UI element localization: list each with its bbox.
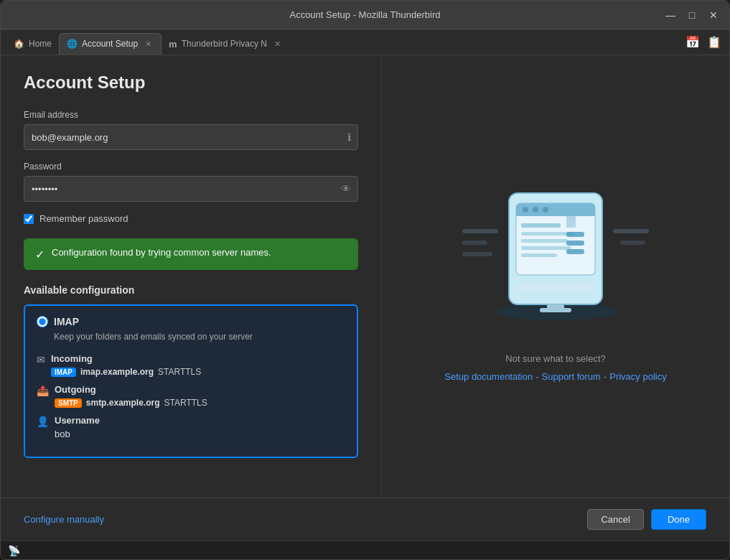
configure-manually-button[interactable]: Configure manually xyxy=(24,514,104,525)
window-controls: — □ ✕ xyxy=(660,1,724,29)
username-content: Username bob xyxy=(55,415,345,439)
left-panel: Account Setup Email address ℹ Password 👁 xyxy=(1,55,381,498)
svg-rect-1 xyxy=(462,229,498,233)
bottom-buttons: Cancel Done xyxy=(587,509,706,530)
calendar-icon-btn[interactable]: 📅 xyxy=(683,33,702,52)
svg-rect-2 xyxy=(462,241,487,245)
privacy-policy-link[interactable]: Privacy policy xyxy=(609,371,666,382)
email-group: Email address ℹ xyxy=(24,110,358,150)
close-button[interactable]: ✕ xyxy=(703,5,724,25)
incoming-server: imap.example.org xyxy=(80,367,154,377)
svg-rect-3 xyxy=(462,252,492,256)
email-input-wrapper: ℹ xyxy=(24,124,358,150)
titlebar: Account Setup - Mozilla Thunderbird — □ … xyxy=(1,1,729,29)
help-links: Setup documentation - Support forum - Pr… xyxy=(444,371,666,382)
tab-privacy[interactable]: m Thunderbird Privacy N ✕ xyxy=(162,33,290,55)
password-label: Password xyxy=(24,162,358,172)
tab-privacy-label: Thunderbird Privacy N xyxy=(182,39,267,49)
remember-password-label: Remember password xyxy=(39,213,128,224)
svg-point-11 xyxy=(533,207,538,213)
illustration xyxy=(455,172,656,332)
svg-rect-19 xyxy=(566,232,584,237)
svg-marker-18 xyxy=(566,216,576,228)
tab-account-setup[interactable]: 🌐 Account Setup ✕ xyxy=(59,33,162,55)
incoming-security: STARTTLS xyxy=(158,367,201,377)
svg-rect-22 xyxy=(516,283,595,291)
svg-rect-13 xyxy=(521,223,561,228)
password-group: Password 👁 xyxy=(24,162,358,202)
imap-radio[interactable] xyxy=(37,316,48,327)
email-input[interactable] xyxy=(24,124,358,150)
right-panel: Not sure what to select? Setup documenta… xyxy=(381,55,729,498)
tabbar: 🏠 Home 🌐 Account Setup ✕ m Thunderbird P… xyxy=(1,29,729,55)
svg-rect-5 xyxy=(620,241,645,245)
password-input[interactable] xyxy=(24,176,358,202)
info-icon[interactable]: ℹ xyxy=(347,131,351,143)
show-password-icon[interactable]: 👁 xyxy=(341,183,351,195)
smtp-badge: SMTP xyxy=(55,398,82,408)
imap-description: Keep your folders and emails synced on y… xyxy=(54,330,345,343)
outgoing-title: Outgoing xyxy=(55,384,345,395)
outgoing-row: 📤 Outgoing SMTP smtp.example.org STARTTL… xyxy=(37,384,345,408)
username-row: 👤 Username bob xyxy=(37,415,345,439)
incoming-content: Incoming IMAP imap.example.org STARTTLS xyxy=(51,353,345,377)
status-banner-text: Configuration found by trying common ser… xyxy=(52,247,271,258)
tab-home-label: Home xyxy=(29,39,52,49)
remember-password-checkbox[interactable] xyxy=(24,214,34,224)
remember-password-row: Remember password xyxy=(24,213,358,224)
username-icon: 👤 xyxy=(37,416,49,427)
tab-home[interactable]: 🏠 Home xyxy=(6,33,59,55)
status-banner: ✓ Configuration found by trying common s… xyxy=(24,238,358,270)
outgoing-detail-line: SMTP smtp.example.org STARTTLS xyxy=(55,398,345,408)
outgoing-security: STARTTLS xyxy=(164,398,207,408)
tab-account-setup-label: Account Setup xyxy=(82,39,138,49)
svg-rect-16 xyxy=(521,246,571,250)
tab-account-setup-close[interactable]: ✕ xyxy=(142,38,154,50)
svg-rect-9 xyxy=(516,211,595,216)
tab-privacy-close[interactable]: ✕ xyxy=(271,38,283,50)
page-title: Account Setup xyxy=(24,73,358,93)
outgoing-content: Outgoing SMTP smtp.example.org STARTTLS xyxy=(55,384,345,408)
password-input-wrapper: 👁 xyxy=(24,176,358,202)
network-icon: 📡 xyxy=(8,545,20,556)
app-window: Account Setup - Mozilla Thunderbird — □ … xyxy=(0,0,730,560)
imap-radio-row[interactable]: IMAP xyxy=(37,316,345,327)
incoming-detail-line: IMAP imap.example.org STARTTLS xyxy=(51,367,345,377)
imap-badge: IMAP xyxy=(51,368,76,377)
sep-2: - xyxy=(604,371,607,382)
done-button[interactable]: Done xyxy=(651,509,706,530)
svg-rect-24 xyxy=(540,308,571,312)
svg-rect-17 xyxy=(521,253,557,257)
minimize-button[interactable]: — xyxy=(660,5,680,25)
email-label: Email address xyxy=(24,110,358,120)
svg-point-10 xyxy=(523,207,528,213)
tasks-icon-btn[interactable]: 📋 xyxy=(705,33,724,52)
sep-1: - xyxy=(535,371,538,382)
svg-rect-21 xyxy=(566,249,584,254)
status-check-icon: ✓ xyxy=(35,248,45,261)
svg-point-12 xyxy=(543,207,548,213)
bottom-bar: Configure manually Cancel Done xyxy=(1,498,729,541)
config-section-title: Available configuration xyxy=(24,284,358,296)
outgoing-server: smtp.example.org xyxy=(86,398,160,408)
svg-rect-20 xyxy=(566,241,584,246)
svg-rect-4 xyxy=(613,229,649,233)
setup-docs-link[interactable]: Setup documentation xyxy=(444,371,533,382)
home-icon: 🏠 xyxy=(14,39,24,49)
tabbar-right-icons: 📅 📋 xyxy=(683,29,724,55)
username-title: Username xyxy=(55,415,345,426)
maximize-button[interactable]: □ xyxy=(682,5,702,25)
imap-label: IMAP xyxy=(54,316,79,327)
username-value: bob xyxy=(55,429,345,439)
tab-privacy-icon: m xyxy=(169,39,177,50)
incoming-icon: ✉ xyxy=(37,354,45,365)
main-content: Account Setup Email address ℹ Password 👁 xyxy=(1,55,729,498)
cancel-button[interactable]: Cancel xyxy=(587,509,643,530)
window-title: Account Setup - Mozilla Thunderbird xyxy=(289,9,440,20)
support-forum-link[interactable]: Support forum xyxy=(542,371,601,382)
statusbar: 📡 xyxy=(1,541,729,559)
outgoing-icon: 📤 xyxy=(37,385,49,396)
incoming-title: Incoming xyxy=(51,353,345,364)
globe-icon: 🌐 xyxy=(67,39,78,49)
svg-rect-15 xyxy=(521,239,568,243)
